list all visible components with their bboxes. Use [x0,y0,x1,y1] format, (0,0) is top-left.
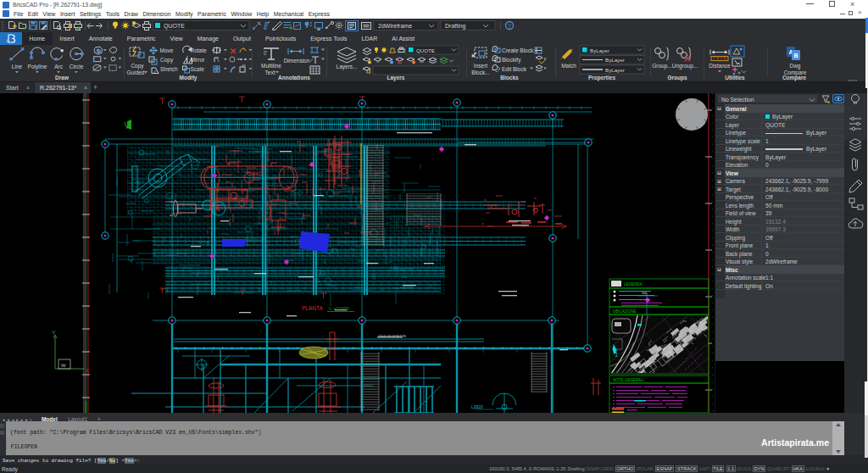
svg-text:UBICAZIONE :: UBICAZIONE : [613,309,638,314]
svg-text:Match: Match [561,63,576,69]
svg-text:Blocks: Blocks [500,75,519,81]
svg-text:Layers: Layers [387,75,405,81]
svg-text:2004L/GD/S2B/7/2N: 2004L/GD/S2B/7/2N [378,335,406,338]
svg-text:LEGENDA :: LEGENDA : [624,282,644,287]
svg-text:QUOTE: QUOTE [164,23,185,30]
svg-text:L2620: L2620 [471,404,483,409]
svg-text:Layers...: Layers... [337,64,358,70]
svg-text:Dimension: Dimension [284,58,310,64]
svg-text:Compare: Compare [782,75,807,81]
svg-text:QUOTE: QUOTE [416,47,435,53]
svg-text:2dWireframe: 2dWireframe [378,23,412,29]
svg-text:Draw: Draw [55,75,70,81]
svg-text:Polyline: Polyline [28,64,47,70]
svg-text:Text: Text [265,70,275,75]
svg-text:300: 300 [642,292,647,295]
svg-text:Drafting: Drafting [445,23,466,30]
svg-text:Utilities: Utilities [725,75,745,81]
svg-text:Mirror: Mirror [191,57,206,63]
svg-text:ByLayer: ByLayer [605,57,625,63]
svg-text:Arc: Arc [54,64,64,70]
svg-text:Scale: Scale [191,66,205,72]
svg-text:Create Block: Create Block [502,47,534,53]
svg-text:Properties: Properties [588,75,616,81]
svg-text:PLANTA: PLANTA [302,305,323,311]
svg-text:Rotate: Rotate [191,47,208,53]
svg-text:Group...: Group... [652,63,672,70]
svg-text:Circle: Circle [70,64,84,70]
svg-text:B: B [793,53,798,58]
svg-text:Ungroup...: Ungroup... [672,63,698,70]
svg-text:Stretch: Stretch [160,66,178,72]
svg-text:CL8422: CL8422 [247,171,263,176]
svg-text:Blockify: Blockify [502,57,521,64]
svg-text:Copy: Copy [160,57,174,64]
svg-text:ALENE: ALENE [627,409,637,412]
svg-text:Insert: Insert [474,63,487,69]
svg-text:Y: Y [52,330,56,336]
svg-text:W: W [61,363,66,368]
svg-text:Edit Block: Edit Block [502,66,527,72]
svg-text:Move: Move [160,47,174,53]
svg-text:Block...: Block... [471,70,490,75]
svg-text:?: ? [508,23,511,29]
svg-text:ByLayer: ByLayer [605,67,625,73]
svg-text:ByLayer: ByLayer [590,47,609,53]
svg-text:Guided: Guided [127,70,145,75]
svg-text:∿ +21000: ∿ +21000 [328,306,349,311]
svg-text:Annotations: Annotations [278,75,310,81]
svg-text:Modify: Modify [180,75,198,81]
svg-text:Groups: Groups [667,75,687,81]
svg-text:Multiline: Multiline [261,63,281,69]
svg-text:NOTE GENERALI :: NOTE GENERALI : [613,378,646,382]
svg-text:Line: Line [12,64,23,70]
svg-text:X: X [86,368,90,374]
svg-text:Distance: Distance [709,63,731,69]
